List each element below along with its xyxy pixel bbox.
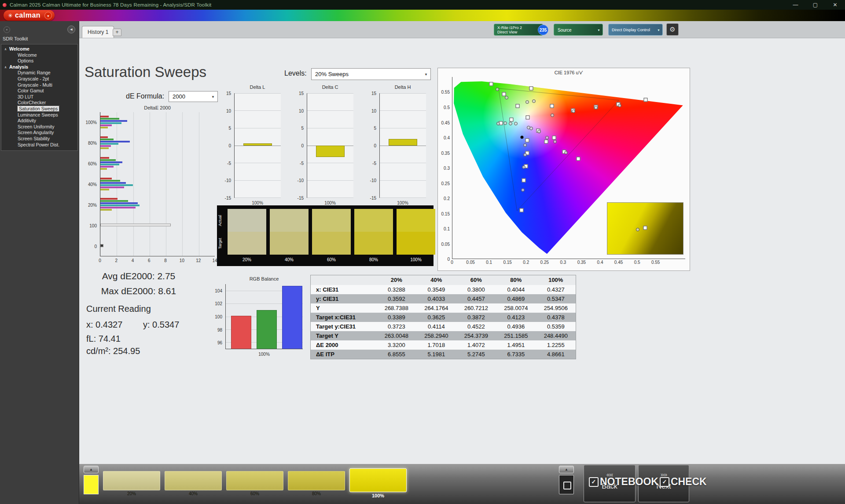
sidebar-collapse-button[interactable]: ◀ (67, 26, 75, 33)
rgb-ylabels: 1041021009896 (211, 284, 224, 349)
calman-logo-button[interactable]: ✳ calman ▼ (4, 10, 55, 21)
table-row-y: Y268.7388264.1764260.7212258.0074254.950… (311, 303, 576, 313)
tab-history-1[interactable]: History 1 (82, 26, 114, 38)
deltae-2000-chart: DeltaE 2000 100%80%60%40%20%1000 0246810… (84, 104, 216, 268)
sidebar-item-additivity[interactable]: Additivity (1, 118, 77, 124)
display-control-select[interactable]: Direct Display Control ▼ (608, 24, 663, 36)
cie-target-marker (526, 116, 530, 120)
target-swatch (228, 232, 266, 255)
reading-cdm2: cd/m²: 254.95 (86, 346, 140, 356)
cie-y-tick-label: 0.5 (444, 105, 450, 110)
gear-icon: ⚙ (669, 26, 675, 33)
delta-l-y-tick-label: -5 (227, 161, 231, 165)
deltae-bar (100, 139, 114, 140)
sidebar-item-screen-uniformity[interactable]: Screen Uniformity (1, 124, 77, 130)
deltae-x-tick-label: 14 (212, 258, 217, 263)
gridline (307, 163, 353, 163)
rgb-bar-blue (282, 286, 302, 349)
de-formula-select[interactable]: 2000 ▼ (169, 91, 218, 102)
next-label: Next (639, 482, 689, 490)
cie-y-tick-label: 0.45 (441, 120, 450, 125)
sidebar-item-options[interactable]: Options (1, 58, 77, 64)
sidebar-item-grayscale-multi[interactable]: Grayscale - Multi (1, 82, 77, 88)
delta-l-y-tick-label: 15 (226, 91, 231, 96)
window-controls: — ▢ ✕ (786, 0, 845, 10)
levels-select[interactable]: 20% Sweeps ▼ (311, 68, 431, 80)
back-button[interactable]: «« Back (584, 465, 636, 502)
sidebar-item-screen-angularity[interactable]: Screen Angularity (1, 130, 77, 136)
meter-select[interactable]: X-Rite i1Pro 2 Direct View ▼ (494, 24, 543, 36)
pattern-window-eject-button[interactable]: ▲ (84, 466, 99, 473)
deltae-bar (100, 207, 136, 208)
sweep-patch-20[interactable]: 20% (103, 468, 160, 499)
calman-logo-icon: ✳ (8, 12, 13, 19)
deltae-bar (100, 205, 140, 206)
cie-target-marker (522, 178, 526, 182)
maximize-button[interactable]: ▢ (805, 0, 825, 10)
deltae-bar (100, 136, 108, 138)
sweep-patch-40[interactable]: 40% (165, 468, 222, 499)
cie-measurement-marker (496, 122, 500, 125)
rgb-y-tick-label: 104 (215, 288, 222, 293)
swatch-cells: 20%40%60%80%100% (228, 209, 435, 266)
sidebar-options-icon[interactable] (4, 26, 10, 33)
sidebar-item-3d-lut[interactable]: 3D LUT (1, 94, 77, 100)
table-row-x-cie31: x: CIE310.32880.35490.38000.40440.4327 (311, 285, 576, 294)
sidebar-item-spectral-power-dist[interactable]: Spectral Power Dist. (1, 142, 77, 148)
cie-y-tick-label: 0.05 (441, 241, 450, 246)
calman-logo-text: calman (15, 11, 40, 19)
cie-target-marker (515, 104, 519, 108)
cie-measurement-marker (564, 151, 568, 154)
delta-c-y-tick-label: -15 (298, 196, 304, 201)
sidebar-item-analysis[interactable]: ∧Analysis (1, 64, 77, 70)
deltae-y-tick-label: 60% (88, 161, 97, 166)
results-table-col-100: 100% (536, 275, 576, 285)
delta-h-y-tick-label: 15 (371, 91, 376, 96)
next-button[interactable]: »» Next (638, 465, 689, 502)
cie-xlabels: 00.050.10.150.20.250.30.350.40.450.50.55 (452, 260, 685, 266)
deltae-x-tick-label: 0 (99, 258, 101, 263)
sidebar-item-screen-stability[interactable]: Screen Stability (1, 136, 77, 142)
cie-zoom-inset (607, 202, 683, 255)
logo-dropdown-arrow[interactable]: ▼ (44, 12, 52, 19)
sweep-patch-80[interactable]: 80% (288, 468, 345, 499)
add-tab-button[interactable]: + (113, 29, 121, 36)
chart-title: DeltaE 2000 (100, 105, 215, 110)
sidebar-item-colorchecker[interactable]: ColorChecker (1, 100, 77, 106)
delta-l-y-tick-label: -15 (225, 196, 231, 201)
cie-x-tick-label: 0.05 (466, 260, 474, 265)
results-table-col-40: 40% (416, 275, 456, 285)
sweep-patch-100[interactable]: 100% (349, 468, 407, 499)
sidebar-item-welcome[interactable]: ∧Welcome (1, 46, 77, 52)
delta-c-y-tick-label: 5 (301, 126, 304, 131)
sidebar-item-grayscale-2pt[interactable]: Grayscale - 2pt (1, 76, 77, 82)
sweep-patch-60[interactable]: 60% (226, 468, 283, 499)
sidebar-item-color-gamut[interactable]: Color Gamut (1, 88, 77, 94)
rainbow-banner (0, 10, 845, 21)
deltae-y-tick-label: 0 (94, 244, 97, 248)
cie-x-tick-label: 0.2 (523, 260, 529, 265)
pattern-source-eject-button[interactable]: ▲ (559, 466, 574, 473)
cie-target-marker (552, 136, 556, 140)
sidebar: ◀ SDR Toolkit ∧WelcomeWelcomeOptions∧Ana… (0, 21, 79, 504)
close-button[interactable]: ✕ (825, 0, 845, 10)
current-pattern-swatch[interactable] (84, 475, 99, 494)
expand-caret-icon: ∧ (4, 64, 7, 70)
sidebar-item-dynamic-range[interactable]: Dynamic Range (1, 70, 77, 76)
settings-button[interactable]: ⚙ (666, 23, 679, 36)
sidebar-item-label: Options (18, 58, 33, 64)
sidebar-item-luminance-sweeps[interactable]: Luminance Sweeps (1, 112, 77, 118)
sidebar-item-saturation-sweeps[interactable]: Saturation Sweeps (1, 106, 77, 112)
sidebar-item-welcome[interactable]: Welcome (1, 52, 77, 58)
source-select[interactable]: Source ▼ (554, 24, 603, 36)
delta-l-y-tick-label: 5 (228, 126, 231, 131)
cie-measurement-marker (514, 122, 518, 125)
minimize-button[interactable]: — (786, 0, 805, 10)
results-table-header: 20%40%60%80%100% (311, 275, 576, 285)
measurement-count-badge: 235 (538, 25, 548, 35)
cie-measurement-marker (496, 88, 499, 91)
pattern-fullscreen-button[interactable] (559, 475, 574, 494)
cell-value: 0.3288 (377, 285, 417, 294)
current-reading-title: Current Reading (86, 304, 151, 314)
cie-y-tick-label: 0.55 (441, 90, 450, 95)
